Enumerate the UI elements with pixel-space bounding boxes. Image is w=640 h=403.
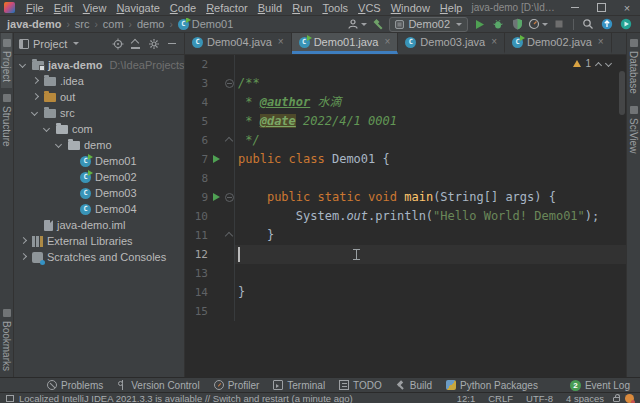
toolwindow-button-terminal[interactable]: Terminal [266,380,332,391]
menu-window[interactable]: Window [386,0,435,16]
code-text[interactable] [235,55,626,74]
close-icon[interactable] [278,37,284,47]
line-ending[interactable]: CRLF [484,393,517,403]
indent-setting[interactable]: 4 spaces [562,393,608,403]
caret-position[interactable]: 12:1 [453,393,480,403]
run-button[interactable] [471,17,487,32]
menu-build[interactable]: Build [253,0,287,16]
expand-arrow[interactable] [30,108,40,118]
tab-demo02-java[interactable]: Demo02.java [505,33,612,54]
close-icon[interactable] [598,37,604,47]
menu-vcs[interactable]: VCS [353,0,386,16]
code-text[interactable] [235,264,626,283]
code-text[interactable] [235,169,626,188]
locate-file-button[interactable] [111,38,125,50]
tree-item-scratches-and-consoles[interactable]: Scratches and Consoles [14,249,184,265]
expand-arrow[interactable] [30,76,40,86]
code-text[interactable] [235,245,626,264]
menu-refactor[interactable]: Refactor [201,0,253,16]
code-text[interactable]: } [235,226,626,245]
fold-icon[interactable] [223,226,235,245]
user-dropdown-button[interactable] [347,17,367,32]
event-log-button[interactable]: 2 Event Log [570,380,632,391]
menu-view[interactable]: View [78,0,112,16]
menu-run[interactable]: Run [287,0,317,16]
next-warning-icon[interactable] [605,61,611,67]
code-text[interactable]: public class Demo01 { [235,150,626,169]
code-text[interactable]: */ [235,131,626,150]
fold-icon[interactable] [223,74,235,93]
menu-file[interactable]: File [21,0,49,16]
expand-arrow[interactable] [18,60,28,70]
breadcrumb-demo01[interactable]: Demo01 [177,18,235,30]
editor[interactable]: 23/**4 * @author 水滴5 * @date 2022/4/1 00… [185,55,626,377]
menu-help[interactable]: Help [435,0,468,16]
breadcrumb-com[interactable]: com [102,18,125,30]
lock-icon[interactable] [613,397,620,402]
toolwindow-toggle-icon[interactable] [6,395,14,402]
toolwindow-button-python-packages[interactable]: Python Packages [439,380,545,391]
tab-demo03-java[interactable]: Demo03.java [398,33,505,54]
debug-button[interactable] [490,17,506,32]
fold-icon[interactable] [223,188,235,207]
coverage-button[interactable] [509,17,525,32]
code-with-me-button[interactable] [618,17,634,32]
run-gutter-icon[interactable] [211,188,223,207]
tree-item-external-libraries[interactable]: External Libraries [14,233,184,249]
inspections-widget[interactable]: 1 [573,58,611,69]
menu-edit[interactable]: Edit [49,0,78,16]
toolwindow-button-version-control[interactable]: Version Control [110,380,206,391]
collapse-all-button[interactable] [129,38,143,50]
toolwindow-button-problems[interactable]: Problems [40,380,110,391]
tree-item-src[interactable]: src [14,105,184,121]
build-project-button[interactable] [370,17,386,32]
run-config-selector[interactable]: Demo02 [389,17,468,32]
stripe-button-structure[interactable]: Structure [1,88,12,153]
search-everywhere-button[interactable] [580,17,596,32]
settings-button[interactable] [147,38,161,50]
code-text[interactable]: * @date 2022/4/1 0001 [235,112,626,131]
expand-arrow[interactable] [42,124,52,134]
tree-item-out[interactable]: out [14,89,184,105]
status-message[interactable]: Localized IntelliJ IDEA 2021.3.3 is avai… [19,393,448,403]
stripe-button-sciview[interactable]: SciView [628,100,639,159]
file-encoding[interactable]: UTF-8 [522,393,557,403]
code-text[interactable]: public static void main(String[] args) { [235,188,626,207]
toolwindow-button-profiler[interactable]: Profiler [207,380,267,391]
breadcrumb-demo[interactable]: demo [136,18,166,30]
code-text[interactable]: } [235,283,626,302]
toolwindow-button-todo[interactable]: TODO [332,380,389,391]
close-icon[interactable] [491,37,497,47]
menu-code[interactable]: Code [165,0,201,16]
minimize-button[interactable] [562,0,588,16]
tree-item-java-demo-iml[interactable]: java-demo.iml [14,217,184,233]
fold-icon[interactable] [223,131,235,150]
project-tool-header[interactable]: Project [14,33,185,54]
tree-item-demo[interactable]: demo [14,137,184,153]
ide-update-button[interactable] [599,17,615,32]
menu-navigate[interactable]: Navigate [111,0,164,16]
stop-button[interactable] [551,17,567,32]
tree-item-com[interactable]: com [14,121,184,137]
editor-scrollbar[interactable] [619,71,625,115]
stripe-button-bookmarks[interactable]: Bookmarks [1,303,12,377]
prev-warning-icon[interactable] [595,61,601,67]
stripe-button-database[interactable]: Database [628,33,639,100]
tree-item-demo01[interactable]: Demo01 [14,153,184,169]
toolwindow-button-build[interactable]: Build [389,380,439,391]
tree-item-java-demo[interactable]: java-demoD:\IdeaProjects\java-demo [14,57,184,73]
tab-demo01-java[interactable]: Demo01.java [292,33,399,54]
menu-tools[interactable]: Tools [317,0,353,16]
stripe-button-project[interactable]: Project [1,33,12,88]
tree-item-demo04[interactable]: Demo04 [14,201,184,217]
breadcrumb-src[interactable]: src [74,18,91,30]
code-text[interactable]: * @author 水滴 [235,93,626,112]
close-icon[interactable] [385,37,391,47]
close-button[interactable] [614,0,640,16]
hide-tool-window-button[interactable] [165,43,179,45]
breadcrumb-java-demo[interactable]: java-demo [6,18,62,30]
expand-arrow[interactable] [18,252,28,262]
expand-arrow[interactable] [30,92,40,102]
code-text[interactable]: System.out.println("Hello World! Demo01"… [235,207,626,226]
tab-demo04-java[interactable]: Demo04.java [185,33,292,54]
